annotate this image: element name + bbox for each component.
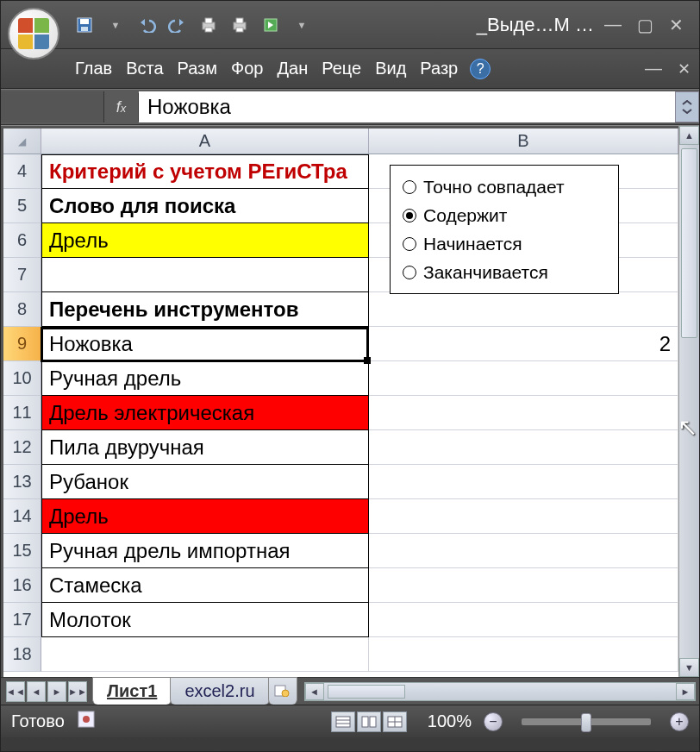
close-button[interactable]: ✕ bbox=[669, 15, 684, 35]
row-header[interactable]: 17 bbox=[3, 603, 41, 637]
cell[interactable] bbox=[369, 465, 678, 499]
row-header[interactable]: 15 bbox=[3, 534, 41, 568]
tab-insert[interactable]: Вста bbox=[119, 53, 170, 84]
row-header[interactable]: 11 bbox=[3, 396, 41, 430]
scroll-right-button[interactable]: ► bbox=[676, 683, 695, 700]
expand-formula-bar-button[interactable] bbox=[675, 91, 699, 122]
radio-starts[interactable]: Начинается bbox=[403, 234, 606, 254]
next-tab-button[interactable]: ► bbox=[47, 681, 66, 702]
row-header[interactable]: 14 bbox=[3, 499, 41, 534]
zoom-level[interactable]: 100% bbox=[428, 711, 472, 731]
macro-icon[interactable] bbox=[261, 16, 280, 34]
last-tab-button[interactable]: ►► bbox=[68, 681, 87, 702]
office-button[interactable] bbox=[8, 8, 59, 60]
vertical-scrollbar[interactable]: ▲ ▼ bbox=[678, 126, 699, 677]
cell[interactable] bbox=[41, 258, 369, 292]
ribbon-close-button[interactable]: ✕ bbox=[678, 60, 691, 78]
new-sheet-button[interactable] bbox=[268, 677, 297, 705]
row-header[interactable]: 8 bbox=[3, 292, 41, 327]
cell[interactable]: Перечень инструментов bbox=[41, 292, 369, 327]
macro-rec-icon[interactable] bbox=[77, 710, 96, 733]
row-header[interactable]: 6 bbox=[3, 223, 41, 258]
tab-home[interactable]: Глав bbox=[68, 53, 119, 84]
radio-exact[interactable]: Точно совпадает bbox=[403, 177, 606, 197]
name-box[interactable] bbox=[1, 91, 104, 122]
scroll-down-button[interactable]: ▼ bbox=[679, 658, 699, 677]
cell[interactable] bbox=[369, 603, 678, 637]
horizontal-scrollbar[interactable]: ◄ ► bbox=[304, 682, 696, 701]
radio-ends[interactable]: Заканчивается bbox=[403, 262, 606, 283]
cell[interactable] bbox=[369, 534, 678, 568]
row-header[interactable]: 7 bbox=[3, 258, 41, 292]
row-header[interactable]: 4 bbox=[3, 154, 41, 189]
cell[interactable]: Пила двуручная bbox=[41, 430, 369, 465]
cell[interactable] bbox=[369, 292, 678, 327]
column-header-a[interactable]: A bbox=[41, 128, 369, 154]
row-header[interactable]: 16 bbox=[3, 568, 41, 603]
page-break-view-button[interactable] bbox=[383, 711, 407, 732]
tab-review[interactable]: Реце bbox=[315, 53, 368, 84]
zoom-in-button[interactable]: + bbox=[670, 712, 689, 731]
row-header[interactable]: 9 bbox=[3, 327, 41, 361]
radio-contains[interactable]: Содержит bbox=[403, 205, 606, 226]
tab-developer[interactable]: Разр bbox=[413, 53, 465, 84]
normal-view-button[interactable] bbox=[331, 711, 355, 732]
cell[interactable]: Дрель bbox=[41, 223, 369, 258]
cell[interactable] bbox=[369, 396, 678, 430]
scroll-left-button[interactable]: ◄ bbox=[305, 683, 324, 700]
row-header[interactable]: 10 bbox=[3, 361, 41, 396]
cell[interactable] bbox=[369, 568, 678, 603]
minimize-button[interactable]: ― bbox=[604, 15, 622, 35]
qat-more-icon[interactable]: ▼ bbox=[292, 16, 311, 34]
undo-icon[interactable] bbox=[137, 16, 156, 34]
cell[interactable]: Дрель bbox=[41, 499, 369, 534]
tab-view[interactable]: Вид bbox=[368, 53, 413, 84]
cell[interactable]: Ручная дрель импортная bbox=[41, 534, 369, 568]
sheet-tab[interactable]: excel2.ru bbox=[170, 677, 269, 705]
cell[interactable] bbox=[369, 430, 678, 465]
tab-data[interactable]: Дан bbox=[270, 53, 315, 84]
select-all-corner[interactable] bbox=[3, 128, 41, 154]
scroll-up-button[interactable]: ▲ bbox=[679, 126, 699, 145]
sheet-tab-active[interactable]: Лист1 bbox=[92, 677, 172, 705]
maximize-button[interactable]: ▢ bbox=[637, 15, 653, 35]
first-tab-button[interactable]: ◄◄ bbox=[6, 681, 25, 702]
row-header[interactable]: 18 bbox=[3, 637, 41, 672]
cell[interactable]: Ножовка bbox=[41, 327, 369, 361]
help-button[interactable]: ? bbox=[470, 59, 491, 79]
cell[interactable]: Стамеска bbox=[41, 568, 369, 603]
cell[interactable]: Слово для поиска bbox=[41, 189, 369, 223]
formula-input[interactable]: Ножовка bbox=[139, 91, 675, 122]
cell[interactable] bbox=[369, 361, 678, 396]
cell[interactable] bbox=[369, 499, 678, 534]
cell[interactable]: Критерий с учетом РЕгиСТра bbox=[41, 154, 369, 189]
cell[interactable]: Рубанок bbox=[41, 465, 369, 499]
zoom-out-button[interactable]: − bbox=[484, 712, 503, 731]
zoom-slider[interactable] bbox=[522, 718, 651, 725]
save-icon[interactable] bbox=[75, 16, 94, 34]
tab-layout[interactable]: Разм bbox=[171, 53, 225, 84]
scroll-track[interactable] bbox=[679, 145, 699, 658]
ribbon-minimize-button[interactable]: ― bbox=[645, 59, 662, 78]
cell[interactable]: 2 bbox=[369, 327, 678, 361]
cell[interactable] bbox=[369, 637, 678, 672]
quick-print-icon[interactable] bbox=[230, 16, 249, 34]
scroll-thumb[interactable] bbox=[681, 148, 697, 338]
column-header-b[interactable]: B bbox=[369, 128, 678, 154]
redo-icon[interactable] bbox=[168, 16, 187, 34]
fx-icon[interactable]: fx bbox=[104, 93, 139, 122]
prev-tab-button[interactable]: ◄ bbox=[27, 681, 46, 702]
scroll-track[interactable] bbox=[324, 683, 676, 700]
page-layout-view-button[interactable] bbox=[357, 711, 381, 732]
row-header[interactable]: 13 bbox=[3, 465, 41, 499]
row-header[interactable]: 5 bbox=[3, 189, 41, 223]
save-dropdown-icon[interactable]: ▼ bbox=[106, 16, 125, 34]
scroll-thumb[interactable] bbox=[328, 685, 405, 699]
cell[interactable] bbox=[41, 637, 369, 672]
tab-formulas[interactable]: Фор bbox=[224, 53, 270, 84]
row-header[interactable]: 12 bbox=[3, 430, 41, 465]
print-preview-icon[interactable] bbox=[199, 16, 218, 34]
cell[interactable]: Дрель электрическая bbox=[41, 396, 369, 430]
cell[interactable]: Молоток bbox=[41, 603, 369, 637]
cell[interactable]: Ручная дрель bbox=[41, 361, 369, 396]
